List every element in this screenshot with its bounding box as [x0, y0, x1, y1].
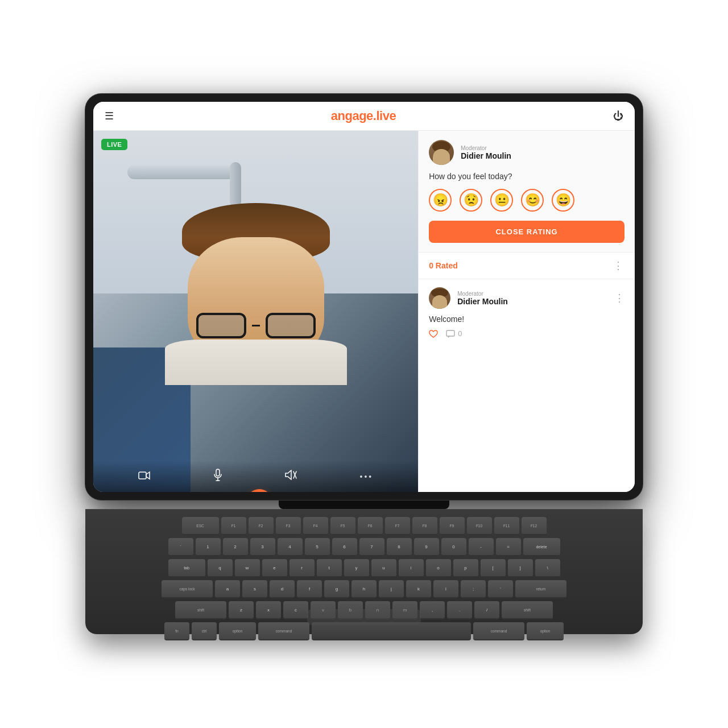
speaker-control-icon[interactable] [285, 470, 297, 483]
key-lbracket[interactable]: [ [481, 559, 506, 577]
key-f12[interactable]: F12 [522, 517, 547, 535]
key-command-left[interactable]: command [258, 622, 309, 640]
pipe-2 [230, 162, 241, 208]
key-return[interactable]: return [515, 580, 566, 598]
message-avatar-face [432, 295, 447, 309]
emoji-good[interactable]: 😊 [521, 189, 544, 212]
tablet-connector [279, 499, 449, 509]
key-c[interactable]: c [283, 601, 308, 619]
key-f10[interactable]: F10 [467, 517, 492, 535]
key-7[interactable]: 7 [359, 538, 384, 556]
emoji-great[interactable]: 😄 [552, 189, 574, 212]
comment-button[interactable]: 0 [446, 329, 462, 338]
key-f5[interactable]: F5 [330, 517, 355, 535]
key-3[interactable]: 3 [250, 538, 275, 556]
key-option-left[interactable]: option [219, 622, 256, 640]
more-dots-icon[interactable]: ••• [360, 472, 374, 481]
key-i[interactable]: i [399, 559, 424, 577]
key-j[interactable]: j [379, 580, 404, 598]
key-f6[interactable]: F6 [358, 517, 383, 535]
key-o[interactable]: o [426, 559, 451, 577]
key-s[interactable]: s [242, 580, 267, 598]
key-l[interactable]: l [433, 580, 458, 598]
power-icon[interactable]: ⏻ [613, 110, 623, 122]
key-t[interactable]: t [317, 559, 342, 577]
key-d[interactable]: d [270, 580, 295, 598]
key-backslash[interactable]: \ [535, 559, 560, 577]
close-rating-button[interactable]: CLOSE RATING [429, 221, 624, 243]
scene: ☰ angage.live ⏻ [0, 0, 728, 728]
key-u[interactable]: u [371, 559, 396, 577]
key-equals[interactable]: = [496, 538, 521, 556]
key-comma[interactable]: , [420, 601, 445, 619]
key-h[interactable]: h [351, 580, 377, 598]
keyboard-inner: ESC F1 F2 F3 F4 F5 F6 F7 F8 F9 F10 F11 F… [94, 517, 634, 623]
key-f2[interactable]: F2 [249, 517, 274, 535]
message-more-icon[interactable]: ⋮ [614, 292, 624, 304]
key-e[interactable]: e [262, 559, 287, 577]
comment-count: 0 [458, 329, 462, 338]
mic-control-icon[interactable] [213, 469, 222, 484]
key-fn[interactable]: fn [164, 622, 189, 640]
key-period[interactable]: . [447, 601, 472, 619]
person-glasses [196, 311, 316, 340]
key-f11[interactable]: F11 [494, 517, 519, 535]
like-button[interactable] [429, 330, 438, 338]
key-0[interactable]: 0 [441, 538, 466, 556]
emoji-very-bad[interactable]: 😠 [429, 189, 452, 212]
key-command-right[interactable]: command [473, 622, 524, 640]
key-z[interactable]: z [229, 601, 254, 619]
rated-more-icon[interactable]: ⋮ [613, 259, 624, 272]
key-y[interactable]: y [344, 559, 369, 577]
key-quote[interactable]: ' [488, 580, 513, 598]
key-backtick[interactable]: ` [168, 538, 193, 556]
key-k[interactable]: k [406, 580, 431, 598]
key-5[interactable]: 5 [305, 538, 330, 556]
key-a[interactable]: a [215, 580, 240, 598]
camera-control-icon[interactable] [138, 470, 151, 483]
key-1[interactable]: 1 [196, 538, 221, 556]
emoji-neutral[interactable]: 😐 [490, 189, 513, 212]
emoji-rating-row: 😠 😟 😐 😊 😄 [429, 189, 624, 212]
key-8[interactable]: 8 [387, 538, 412, 556]
key-r[interactable]: r [289, 559, 315, 577]
key-f7[interactable]: F7 [385, 517, 410, 535]
key-w[interactable]: w [235, 559, 260, 577]
key-4[interactable]: 4 [278, 538, 303, 556]
key-row-numbers: ` 1 2 3 4 5 6 7 8 9 0 - = delete [94, 538, 634, 556]
key-row-qwerty: tab q w e r t y u i o p [ ] \ [94, 559, 634, 577]
key-p[interactable]: p [453, 559, 478, 577]
key-g[interactable]: g [324, 580, 349, 598]
key-slash[interactable]: / [474, 601, 499, 619]
key-9[interactable]: 9 [414, 538, 439, 556]
key-delete[interactable]: delete [523, 538, 560, 556]
key-f4[interactable]: F4 [303, 517, 328, 535]
key-shift-right[interactable]: shift [502, 601, 553, 619]
key-esc[interactable]: ESC [182, 517, 219, 535]
key-caps[interactable]: caps lock [162, 580, 213, 598]
key-q[interactable]: q [208, 559, 233, 577]
key-6[interactable]: 6 [332, 538, 357, 556]
key-f3[interactable]: F3 [276, 517, 301, 535]
key-x[interactable]: x [256, 601, 281, 619]
key-minus[interactable]: - [469, 538, 494, 556]
key-ctrl[interactable]: ctrl [192, 622, 217, 640]
hamburger-icon[interactable]: ☰ [105, 110, 114, 122]
key-rbracket[interactable]: ] [508, 559, 533, 577]
key-2[interactable]: 2 [223, 538, 248, 556]
touchpad [307, 609, 421, 625]
emoji-bad[interactable]: 😟 [460, 189, 482, 212]
live-badge: LIVE [101, 139, 127, 150]
message-header: Moderator Didier Moulin ⋮ [429, 287, 624, 309]
key-semicolon[interactable]: ; [461, 580, 486, 598]
key-f9[interactable]: F9 [440, 517, 465, 535]
key-f1[interactable]: F1 [221, 517, 246, 535]
video-controls: ••• [93, 461, 418, 492]
key-shift-left[interactable]: shift [175, 601, 226, 619]
key-f[interactable]: f [297, 580, 322, 598]
key-f8[interactable]: F8 [412, 517, 437, 535]
key-option-right[interactable]: option [527, 622, 564, 640]
person-shirt [165, 340, 347, 385]
message-actions: 0 [429, 329, 624, 338]
key-tab[interactable]: tab [168, 559, 205, 577]
